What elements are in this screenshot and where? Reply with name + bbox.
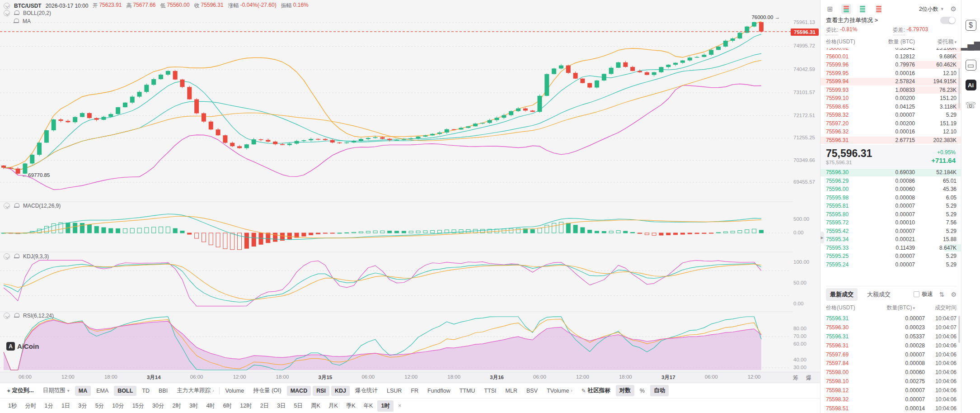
bid-row[interactable]: 75595.240.000075.29: [821, 261, 961, 269]
timeframe-item[interactable]: 1分: [41, 400, 56, 412]
toolbar-item[interactable]: 对数: [616, 385, 634, 396]
toolbar-item[interactable]: ⌖定位到...: [4, 385, 38, 396]
toolbar-item[interactable]: TTMU: [456, 386, 479, 396]
bid-row[interactable]: 75595.250.000075.29: [821, 252, 961, 261]
trade-row[interactable]: 75596.310.0000710:04:07: [821, 314, 961, 323]
candlestick-chart[interactable]: [0, 0, 793, 372]
column-label[interactable]: 成交时间: [915, 304, 957, 312]
toolbar-item[interactable]: 自动: [650, 385, 669, 396]
ask-row[interactable]: 75599.950.0001612.10: [821, 69, 961, 78]
toolbar-item[interactable]: TVolume›: [543, 386, 576, 396]
timeframe-item[interactable]: ×: [394, 401, 405, 411]
toolbar-item[interactable]: LSUR: [383, 386, 405, 396]
timeframe-item[interactable]: 5分: [92, 400, 108, 412]
orderbook-scrollbar[interactable]: [958, 68, 960, 109]
alert-bell-icon[interactable]: [14, 10, 19, 16]
timeframe-item[interactable]: 3时: [186, 400, 202, 412]
fast-checkbox[interactable]: [914, 291, 919, 297]
ask-row[interactable]: 75599.942.57824194.915K: [821, 77, 961, 86]
column-label[interactable]: 委托额▾: [915, 38, 957, 46]
timeframe-item[interactable]: 3日: [273, 400, 289, 412]
alert-bell-icon[interactable]: [14, 203, 19, 209]
trade-row[interactable]: 75596.310.0002810:04:06: [821, 341, 961, 350]
bid-row[interactable]: 75595.330.114398.647K: [821, 244, 961, 252]
timeframe-item[interactable]: 1日: [58, 400, 74, 412]
column-label[interactable]: 价格(USDT): [826, 304, 866, 312]
ask-row[interactable]: 75596.320.0001612.10: [821, 128, 961, 136]
book-asks-only-icon[interactable]: [874, 4, 884, 14]
ask-row[interactable]: 75600.020.3334125.266K: [821, 48, 961, 52]
ask-row[interactable]: 75596.312.67715202.383K: [821, 136, 961, 145]
alert-bell-icon[interactable]: [14, 254, 19, 259]
trade-row[interactable]: 75596.300.0002310:04:07: [821, 323, 961, 332]
toolbar-item[interactable]: RSI: [313, 386, 329, 396]
toolbar-item[interactable]: BBI: [155, 386, 171, 396]
toolbar-item[interactable]: 爆仓统计: [352, 385, 381, 396]
trade-row[interactable]: 75598.510.0001410:04:06: [821, 404, 961, 413]
last-price-block[interactable]: 75,596.31 $75,596.31 +0.95% +711.64: [821, 145, 961, 168]
monitor-icon[interactable]: ▭: [966, 60, 976, 71]
toolbar-item[interactable]: BSV: [523, 386, 541, 396]
collapse-chevron-icon[interactable]: [4, 203, 10, 209]
customer-service-icon[interactable]: ☏: [966, 100, 976, 110]
trades-sort-icon[interactable]: ⇅: [939, 291, 945, 298]
time-axis[interactable]: 筹 爆 06:0012:0018:003月1406:0012:0018:003月…: [0, 372, 820, 383]
trade-row[interactable]: 75598.320.0000710:04:06: [821, 395, 961, 404]
bid-row[interactable]: 75595.800.000075.29: [821, 210, 961, 219]
timeframe-item[interactable]: 2时: [169, 400, 184, 412]
bid-row[interactable]: 75595.720.000107.56: [821, 218, 961, 227]
column-label[interactable]: 价格(USDT): [826, 38, 866, 46]
toolbar-item[interactable]: 日期范围▾: [39, 385, 73, 396]
toolbar-item[interactable]: Fundflow: [424, 386, 454, 396]
price-axis[interactable]: 75961.1374995.7274042.5973101.5772172.51…: [791, 0, 820, 372]
trade-row[interactable]: 75598.100.0027510:04:06: [821, 377, 961, 386]
ask-row[interactable]: 75599.100.00200151.20: [821, 94, 961, 103]
trade-row[interactable]: 75598.000.0006010:04:06: [821, 368, 961, 377]
timeframe-item[interactable]: 月K: [325, 400, 342, 412]
timeframe-item[interactable]: 周K: [307, 400, 324, 412]
ask-row[interactable]: 75598.650.041253.118K: [821, 103, 961, 111]
market-stats-icon[interactable]: ▂▅▇: [966, 40, 976, 51]
toolbar-item[interactable]: EMA: [93, 386, 112, 396]
column-label[interactable]: 数量 (BTC): [866, 38, 915, 46]
ask-row[interactable]: 75600.010.128129.686K: [821, 52, 961, 61]
toolbar-item[interactable]: %: [636, 386, 648, 396]
toolbar-item[interactable]: MACD: [287, 386, 311, 396]
collapse-chevron-icon[interactable]: [4, 3, 10, 9]
trades-scrollbar[interactable]: [958, 316, 960, 343]
decimal-precision-select[interactable]: 2位小数▼: [919, 5, 944, 13]
toolbar-item[interactable]: MLR: [502, 386, 521, 396]
bid-row[interactable]: 75595.810.000075.29: [821, 202, 961, 210]
bid-row[interactable]: 75596.300.6903052.184K: [821, 168, 961, 177]
timeframe-item[interactable]: 12时: [236, 400, 255, 412]
toolbar-item[interactable]: KDJ: [331, 386, 350, 396]
timeframe-item[interactable]: 1秒: [5, 400, 20, 412]
timeframe-item[interactable]: 年K: [360, 400, 377, 412]
trade-row[interactable]: 75598.120.0000710:04:06: [821, 386, 961, 395]
trades-tab[interactable]: 最新成交: [826, 288, 858, 301]
toolbar-item[interactable]: 持仓量 (OI): [249, 385, 285, 396]
timeframe-item[interactable]: 2日: [257, 400, 272, 412]
currency-transfer-icon[interactable]: $: [966, 20, 976, 31]
ask-row[interactable]: 75599.960.7997660.462K: [821, 61, 961, 69]
bid-row[interactable]: 75595.980.000086.05: [821, 194, 961, 202]
timeframe-item[interactable]: 6时: [220, 400, 235, 412]
toolbar-item[interactable]: BOLL: [114, 386, 136, 396]
toolbar-item[interactable]: TTSI: [481, 386, 500, 396]
toolbar-item[interactable]: ✎社区指标: [578, 385, 614, 396]
trades-tab[interactable]: 大额成交: [863, 288, 895, 301]
trades-settings-icon[interactable]: ⚙: [951, 291, 957, 298]
panel-pin-icon[interactable]: ⊞: [825, 4, 835, 14]
toolbar-item[interactable]: Volume: [221, 386, 248, 396]
ask-row[interactable]: 75598.320.000075.29: [821, 111, 961, 119]
toolbar-item[interactable]: MA: [75, 386, 91, 396]
toolbar-item[interactable]: FR: [407, 386, 422, 396]
toolbar-item[interactable]: 主力大单跟踪›: [173, 385, 217, 396]
trade-row[interactable]: 75597.840.0000810:04:06: [821, 359, 961, 368]
timeframe-item[interactable]: 4时: [202, 400, 218, 412]
toolbar-item[interactable]: TD: [138, 386, 153, 396]
robot-icon[interactable]: Ai: [966, 80, 976, 90]
bid-row[interactable]: 75596.000.0006045.36: [821, 185, 961, 194]
book-both-sides-icon[interactable]: [841, 4, 851, 14]
main-orders-link[interactable]: 查看主力挂单情况 >: [826, 16, 878, 24]
